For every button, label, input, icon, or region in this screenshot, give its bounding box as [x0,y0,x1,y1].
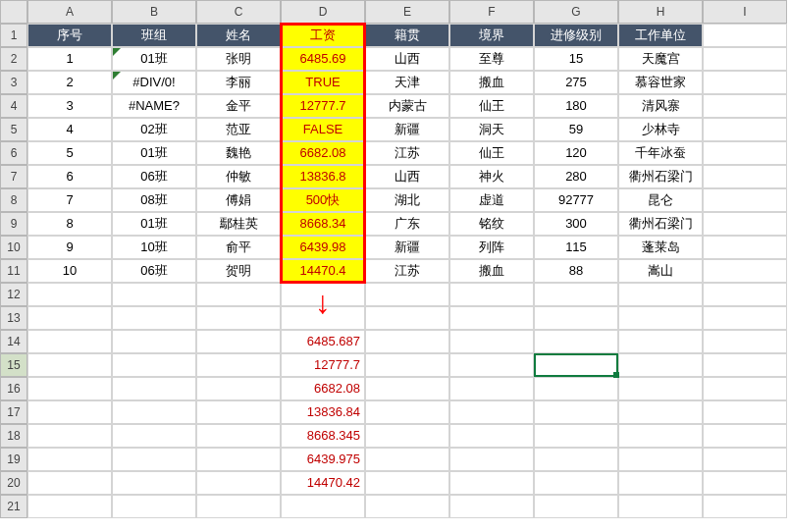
cell-D20[interactable]: 14470.42 [281,471,365,495]
cell-D11[interactable]: 14470.4 [281,259,365,283]
row-header-9[interactable]: 9 [0,212,27,236]
cell-B19[interactable] [112,448,196,471]
row-header-6[interactable]: 6 [0,141,27,165]
cell-I10[interactable] [703,236,787,259]
cell-I19[interactable] [703,448,787,471]
cell-H9[interactable]: 衢州石梁门 [618,212,703,236]
cell-F20[interactable] [449,471,534,495]
cell-I20[interactable] [703,471,787,495]
select-all-corner[interactable] [0,0,27,24]
cell-C12[interactable] [196,283,281,306]
cell-F13[interactable] [449,306,534,330]
col-header-E[interactable]: E [365,0,449,24]
cell-C18[interactable] [196,424,281,448]
cell-A6[interactable]: 5 [27,141,112,165]
row-header-17[interactable]: 17 [0,400,27,424]
cell-B13[interactable] [112,306,196,330]
cell-E13[interactable] [365,306,449,330]
row-header-19[interactable]: 19 [0,448,27,471]
cell-A10[interactable]: 9 [27,236,112,259]
cell-D21[interactable] [281,495,365,518]
cell-E15[interactable] [365,353,449,377]
row-header-4[interactable]: 4 [0,94,27,118]
cell-G13[interactable] [534,306,618,330]
col-header-H[interactable]: H [618,0,703,24]
cell-H20[interactable] [618,471,703,495]
cell-I9[interactable] [703,212,787,236]
row-header-14[interactable]: 14 [0,330,27,353]
cell-F18[interactable] [449,424,534,448]
cell-G20[interactable] [534,471,618,495]
cell-D15[interactable]: 12777.7 [281,353,365,377]
cell-H19[interactable] [618,448,703,471]
cell-A14[interactable] [27,330,112,353]
cell-E19[interactable] [365,448,449,471]
cell-D19[interactable]: 6439.975 [281,448,365,471]
col-header-I[interactable]: I [703,0,787,24]
cell-F14[interactable] [449,330,534,353]
cell-D2[interactable]: 6485.69 [281,47,365,71]
cell-H12[interactable] [618,283,703,306]
cell-C8[interactable]: 傅娟 [196,188,281,212]
cell-G16[interactable] [534,377,618,400]
cell-H13[interactable] [618,306,703,330]
cell-E3[interactable]: 天津 [365,71,449,94]
cell-F3[interactable]: 搬血 [449,71,534,94]
cell-A21[interactable] [27,495,112,518]
cell-I21[interactable] [703,495,787,518]
cell-E9[interactable]: 广东 [365,212,449,236]
cell-H4[interactable]: 清风寨 [618,94,703,118]
cell-B14[interactable] [112,330,196,353]
cell-B17[interactable] [112,400,196,424]
cell-G7[interactable]: 280 [534,165,618,188]
row-header-1[interactable]: 1 [0,24,27,47]
cell-B1[interactable]: 班组 [112,24,196,47]
cell-G21[interactable] [534,495,618,518]
cell-A4[interactable]: 3 [27,94,112,118]
row-header-15[interactable]: 15 [0,353,27,377]
cell-E18[interactable] [365,424,449,448]
cell-A20[interactable] [27,471,112,495]
row-header-11[interactable]: 11 [0,259,27,283]
cell-D18[interactable]: 8668.345 [281,424,365,448]
cell-B21[interactable] [112,495,196,518]
cell-H6[interactable]: 千年冰蚕 [618,141,703,165]
cell-H8[interactable]: 昆仑 [618,188,703,212]
cell-G19[interactable] [534,448,618,471]
cell-F8[interactable]: 虚道 [449,188,534,212]
cell-B3[interactable]: #DIV/0! [112,71,196,94]
cell-I8[interactable] [703,188,787,212]
cell-D5[interactable]: FALSE [281,118,365,141]
cell-H16[interactable] [618,377,703,400]
cell-H1[interactable]: 工作单位 [618,24,703,47]
cell-F9[interactable]: 铭纹 [449,212,534,236]
cell-D4[interactable]: 12777.7 [281,94,365,118]
cell-I13[interactable] [703,306,787,330]
cell-A3[interactable]: 2 [27,71,112,94]
cell-G15[interactable] [534,353,618,377]
cell-A8[interactable]: 7 [27,188,112,212]
cell-B9[interactable]: 01班 [112,212,196,236]
row-header-7[interactable]: 7 [0,165,27,188]
cell-B10[interactable]: 10班 [112,236,196,259]
cell-H14[interactable] [618,330,703,353]
cell-D8[interactable]: 500快 [281,188,365,212]
cell-I12[interactable] [703,283,787,306]
cell-B4[interactable]: #NAME? [112,94,196,118]
cell-C9[interactable]: 鄢桂英 [196,212,281,236]
cell-D14[interactable]: 6485.687 [281,330,365,353]
cell-I6[interactable] [703,141,787,165]
row-header-12[interactable]: 12 [0,283,27,306]
cell-E5[interactable]: 新疆 [365,118,449,141]
cell-B16[interactable] [112,377,196,400]
cell-F19[interactable] [449,448,534,471]
cell-H15[interactable] [618,353,703,377]
cell-C7[interactable]: 仲敏 [196,165,281,188]
cell-H10[interactable]: 蓬莱岛 [618,236,703,259]
cell-A15[interactable] [27,353,112,377]
cell-I1[interactable] [703,24,787,47]
cell-D6[interactable]: 6682.08 [281,141,365,165]
cell-E17[interactable] [365,400,449,424]
cell-F16[interactable] [449,377,534,400]
cell-A16[interactable] [27,377,112,400]
